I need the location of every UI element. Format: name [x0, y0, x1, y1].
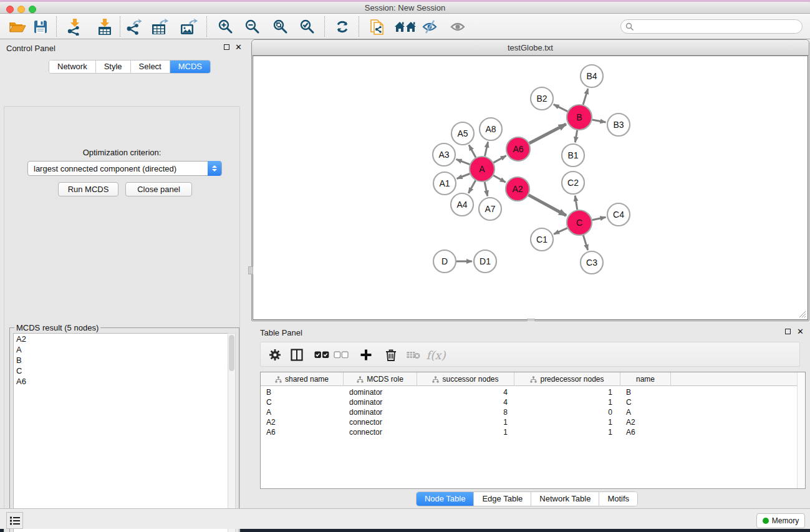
hide-graphics-button[interactable]: [420, 17, 440, 37]
import-table-button[interactable]: [95, 17, 115, 37]
search-input[interactable]: [636, 21, 798, 32]
column-header-shared-name[interactable]: shared name: [261, 372, 344, 386]
minimize-window-button[interactable]: [271, 44, 277, 51]
graph-edge-A2-C[interactable]: [529, 195, 566, 216]
graph-edge-A-A1[interactable]: [457, 174, 470, 179]
table-row[interactable]: A6connector11A6: [261, 427, 797, 437]
graph-edge-A-A2[interactable]: [493, 175, 506, 182]
graph-edge-B-B2[interactable]: [554, 104, 567, 111]
graph-edge-B-B4[interactable]: [583, 89, 588, 105]
column-header-predecessor-nodes[interactable]: predecessor nodes: [514, 372, 620, 386]
graph-node-label: A: [479, 164, 485, 174]
control-panel-header: Control Panel ✕: [0, 39, 244, 56]
table-row[interactable]: Adominator80A: [261, 407, 797, 417]
mcds-result-item[interactable]: A: [14, 344, 228, 355]
function-builder-button[interactable]: f(x): [424, 346, 448, 364]
mcds-result-item[interactable]: C: [14, 365, 228, 376]
column-header-mcds-role[interactable]: MCDS role: [344, 372, 417, 386]
tab-node-table[interactable]: Node Table: [417, 492, 475, 506]
table-row[interactable]: Bdominator41B: [261, 387, 797, 397]
graph-edge-C-C1[interactable]: [554, 228, 567, 235]
maximize-window-button[interactable]: [282, 44, 289, 51]
zoom-in-button[interactable]: [216, 17, 236, 37]
mcds-result-item[interactable]: A6: [14, 376, 228, 387]
graph-edge-A-A4[interactable]: [468, 180, 475, 193]
table-scrollbar[interactable]: [797, 372, 805, 488]
graph-node-label: D1: [480, 256, 491, 266]
close-panel-icon[interactable]: ✕: [235, 42, 242, 52]
graph-edge-C-C4[interactable]: [592, 217, 606, 220]
table-row[interactable]: Cdominator41C: [261, 397, 797, 407]
run-mcds-button[interactable]: Run MCDS: [58, 182, 118, 196]
float-panel-icon[interactable]: [785, 329, 791, 334]
graph-edge-A-A6[interactable]: [493, 156, 506, 163]
graph-edge-C-C2[interactable]: [575, 196, 577, 210]
maximize-window-button[interactable]: [29, 6, 36, 13]
open-session-button[interactable]: [7, 17, 27, 37]
close-panel-button[interactable]: Close panel: [125, 182, 192, 196]
graph-edge-C-C3[interactable]: [583, 235, 587, 250]
mcds-result-item[interactable]: B: [14, 355, 228, 365]
task-history-button[interactable]: [6, 512, 23, 529]
table-row[interactable]: A2connector11A2: [261, 417, 797, 427]
graph-edge-A-A3[interactable]: [456, 159, 470, 164]
delete-table-button[interactable]: [404, 346, 423, 364]
tab-motifs[interactable]: Motifs: [599, 492, 637, 506]
network-canvas[interactable]: B4B2BB3A5A8A6A3AB1A1C2A4A7A2CC4C1C3DD1: [253, 56, 808, 320]
tab-edge-table[interactable]: Edge Table: [474, 492, 531, 506]
splitter-handle-vertical[interactable]: [248, 266, 253, 274]
table-toolbar: f(x): [260, 342, 800, 367]
tab-network[interactable]: Network: [49, 60, 96, 73]
mcds-result-item[interactable]: A2: [14, 334, 228, 344]
show-graphics-button[interactable]: [448, 17, 468, 37]
graph-edge-B-B1[interactable]: [575, 130, 577, 143]
select-all-button[interactable]: [312, 346, 331, 364]
export-table-button[interactable]: [150, 17, 170, 37]
graph-edge-A-A5[interactable]: [469, 145, 476, 157]
zoom-selected-button[interactable]: [297, 17, 317, 37]
zoom-out-button[interactable]: [243, 17, 263, 37]
minimize-window-button[interactable]: [17, 6, 25, 13]
graph-edge-A6-B[interactable]: [529, 124, 566, 143]
scrollbar-thumb[interactable]: [229, 335, 234, 371]
close-window-button[interactable]: [259, 44, 266, 51]
table-body: Bdominator41BCdominator41CAdominator80AA…: [261, 387, 797, 437]
tab-style[interactable]: Style: [96, 60, 131, 73]
import-network-button[interactable]: [65, 17, 85, 37]
table-settings-button[interactable]: [266, 346, 284, 364]
resize-grip[interactable]: [798, 310, 806, 318]
tab-select[interactable]: Select: [131, 60, 170, 73]
memory-button[interactable]: Memory: [756, 513, 805, 528]
create-column-button[interactable]: [357, 346, 375, 364]
graph-node-label: B2: [536, 94, 547, 104]
float-panel-icon[interactable]: [224, 44, 229, 50]
graph-edge-B-B3[interactable]: [592, 120, 606, 122]
columns-icon: [291, 349, 303, 361]
table-cell: 4: [417, 387, 514, 397]
graph-edge-A-A8[interactable]: [485, 142, 488, 157]
export-network-button[interactable]: [124, 17, 144, 37]
zoom-fit-button[interactable]: [271, 17, 291, 37]
close-panel-icon[interactable]: ✕: [797, 327, 804, 336]
tab-mcds[interactable]: MCDS: [170, 60, 210, 73]
mcds-list-scrollbar[interactable]: [228, 333, 236, 532]
table-cell: A6: [261, 427, 344, 437]
refresh-button[interactable]: [332, 17, 352, 37]
column-header-successor-nodes[interactable]: successor nodes: [417, 372, 514, 386]
zoom-in-icon: [218, 19, 233, 34]
column-header-name[interactable]: name: [620, 372, 671, 386]
deselect-all-button[interactable]: [332, 346, 350, 364]
save-session-button[interactable]: [31, 17, 51, 37]
new-session-from-network-button[interactable]: [367, 17, 387, 37]
hierarchy-icon: [357, 376, 364, 383]
show-column-panel-button[interactable]: [287, 346, 306, 364]
table-cell: 1: [514, 417, 620, 427]
close-window-button[interactable]: [6, 6, 14, 13]
export-image-button[interactable]: [179, 17, 199, 37]
graph-edge-A-A7[interactable]: [485, 182, 488, 196]
criterion-dropdown[interactable]: largest connected component (directed): [27, 161, 222, 176]
delete-button[interactable]: [382, 346, 400, 364]
home-button[interactable]: [394, 17, 417, 37]
tab-network-table[interactable]: Network Table: [531, 492, 599, 506]
mcds-result-list[interactable]: A2ABCA6: [13, 333, 229, 532]
